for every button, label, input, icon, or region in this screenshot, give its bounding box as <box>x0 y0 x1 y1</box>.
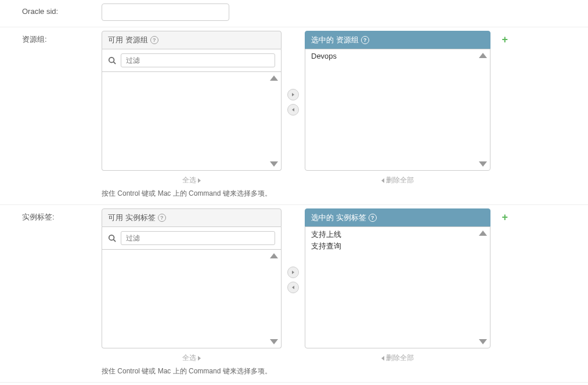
filter-input[interactable] <box>121 231 275 245</box>
instance-tag-row: 实例标签: 可用 实例标签 ? <box>0 205 588 383</box>
resource-group-row: 资源组: 可用 资源组 ? <box>0 27 588 205</box>
search-icon <box>108 234 116 242</box>
move-right-button[interactable] <box>287 89 299 100</box>
svg-line-1 <box>114 62 116 64</box>
transfer-buttons <box>282 267 305 293</box>
selected-listbox[interactable]: Devops <box>305 49 490 171</box>
resource-group-label: 资源组: <box>0 31 102 45</box>
available-header-text: 可用 资源组 <box>108 35 148 45</box>
help-icon[interactable]: ? <box>369 214 377 222</box>
chevron-right-icon <box>198 178 201 183</box>
select-all-button[interactable]: 全选 <box>102 353 282 363</box>
remove-all-text: 删除全部 <box>386 353 414 363</box>
select-all-button[interactable]: 全选 <box>102 175 282 185</box>
scroll-down-icon[interactable] <box>479 339 487 344</box>
select-all-text: 全选 <box>182 353 196 363</box>
move-right-button[interactable] <box>287 267 299 278</box>
selected-header: 选中的 实例标签 ? <box>305 208 490 227</box>
chevron-right-icon <box>198 356 201 361</box>
help-text: 按住 Control 键或 Mac 上的 Command 键来选择多项。 <box>102 189 588 199</box>
chevron-left-icon <box>381 356 384 361</box>
move-left-button[interactable] <box>287 282 299 293</box>
selected-wrapper: + 选中的 资源组 ? Devops 删除全部 <box>305 31 508 185</box>
chevron-left-icon <box>381 178 384 183</box>
chevron-left-icon <box>292 286 294 289</box>
add-icon[interactable]: + <box>502 211 508 224</box>
instance-tag-content: 可用 实例标签 ? 全选 <box>102 208 588 376</box>
available-header: 可用 实例标签 ? <box>102 208 282 227</box>
help-icon[interactable]: ? <box>150 36 158 44</box>
help-icon[interactable]: ? <box>361 36 369 44</box>
transfer-buttons <box>282 89 305 116</box>
selected-column: 选中的 实例标签 ? 支持上线 支持查询 删除全部 <box>305 208 490 363</box>
selected-wrapper: + 选中的 实例标签 ? 支持上线 支持查询 删除全部 <box>305 208 508 363</box>
list-item[interactable]: 支持上线 <box>305 229 490 240</box>
oracle-sid-content <box>102 3 588 21</box>
svg-point-2 <box>109 235 114 240</box>
move-left-button[interactable] <box>287 104 299 116</box>
add-icon[interactable]: + <box>502 34 508 46</box>
selected-column: 选中的 资源组 ? Devops 删除全部 <box>305 31 490 185</box>
scroll-up-icon[interactable] <box>479 53 487 58</box>
oracle-sid-input[interactable] <box>102 3 229 21</box>
selected-header-text: 选中的 资源组 <box>311 35 359 45</box>
remove-all-button[interactable]: 删除全部 <box>305 353 490 363</box>
available-header-text: 可用 实例标签 <box>108 213 156 223</box>
instance-tag-selector: 可用 实例标签 ? 全选 <box>102 208 588 363</box>
scroll-up-icon[interactable] <box>270 253 278 258</box>
oracle-sid-row: Oracle sid: <box>0 0 588 27</box>
remove-all-button[interactable]: 删除全部 <box>305 175 490 185</box>
available-column: 可用 实例标签 ? 全选 <box>102 208 282 363</box>
chevron-right-icon <box>292 271 294 274</box>
selected-header-text: 选中的 实例标签 <box>311 213 366 223</box>
remove-all-text: 删除全部 <box>386 175 414 185</box>
chevron-right-icon <box>292 93 294 96</box>
list-item[interactable]: 支持查询 <box>305 240 490 252</box>
search-icon <box>108 56 116 64</box>
selected-listbox[interactable]: 支持上线 支持查询 <box>305 226 490 348</box>
help-icon[interactable]: ? <box>158 214 166 222</box>
list-item[interactable]: Devops <box>305 51 490 61</box>
available-listbox[interactable] <box>102 72 282 171</box>
scroll-up-icon[interactable] <box>479 231 487 236</box>
svg-line-3 <box>114 240 116 242</box>
select-all-text: 全选 <box>182 175 196 185</box>
scroll-down-icon[interactable] <box>479 161 487 167</box>
scroll-up-icon[interactable] <box>270 75 278 81</box>
resource-group-content: 可用 资源组 ? 全选 <box>102 31 588 199</box>
oracle-sid-label: Oracle sid: <box>0 3 102 16</box>
filter-row <box>102 227 282 250</box>
resource-group-selector: 可用 资源组 ? 全选 <box>102 31 588 185</box>
filter-row <box>102 49 282 72</box>
instance-tag-label: 实例标签: <box>0 208 102 222</box>
help-text: 按住 Control 键或 Mac 上的 Command 键来选择多项。 <box>102 366 588 376</box>
chevron-left-icon <box>292 108 294 111</box>
scroll-down-icon[interactable] <box>270 161 278 167</box>
available-column: 可用 资源组 ? 全选 <box>102 31 282 185</box>
scroll-down-icon[interactable] <box>270 339 278 344</box>
selected-header: 选中的 资源组 ? <box>305 31 490 49</box>
available-header: 可用 资源组 ? <box>102 31 282 49</box>
available-listbox[interactable] <box>102 250 282 348</box>
filter-input[interactable] <box>121 53 275 67</box>
svg-point-0 <box>109 57 114 63</box>
